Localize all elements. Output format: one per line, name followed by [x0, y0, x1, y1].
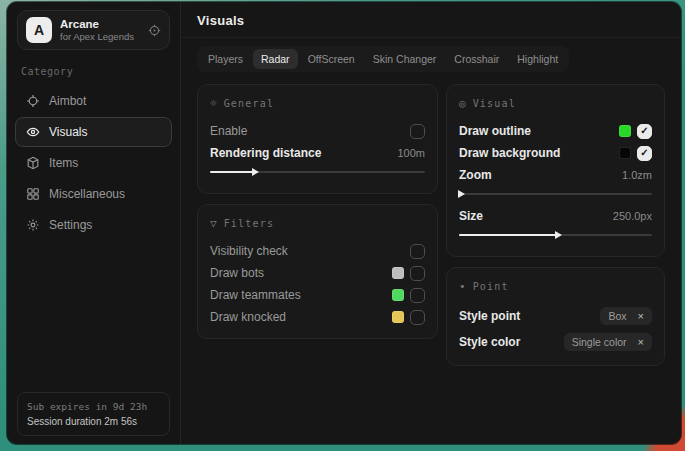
- sub-expires-text: Sub expires in 9d 23h: [27, 401, 160, 412]
- point-header: • Point: [459, 280, 652, 293]
- section-title: Visual: [473, 98, 516, 109]
- tab-offscreen[interactable]: OffScreen: [300, 49, 363, 69]
- style-color-select[interactable]: Single color ×: [564, 333, 652, 351]
- section-title: Point: [473, 281, 509, 292]
- brand-text: Arcane for Apex Legends: [60, 18, 134, 42]
- app-subtitle: for Apex Legends: [60, 31, 134, 42]
- section-title: General: [224, 98, 275, 109]
- sidebar-item-label: Aimbot: [49, 94, 86, 108]
- slider-thumb[interactable]: [252, 168, 259, 176]
- sidebar-item-aimbot[interactable]: Aimbot: [15, 86, 172, 116]
- desktop-background: A Arcane for Apex Legends Category: [0, 0, 685, 451]
- zoom-value: 1.0zm: [622, 169, 652, 181]
- sidebar-item-miscellaneous[interactable]: Miscellaneous: [15, 179, 172, 209]
- sidebar-item-label: Miscellaneous: [49, 187, 125, 201]
- point-card: • Point Style point Box × Style color: [446, 267, 665, 366]
- sidebar-item-settings[interactable]: Settings: [15, 210, 172, 240]
- draw-background-color-swatch[interactable]: [619, 147, 631, 159]
- tab-players[interactable]: Players: [200, 49, 251, 69]
- app-window: A Arcane for Apex Legends Category: [7, 2, 681, 444]
- style-color-row: Style color Single color ×: [459, 329, 652, 355]
- content-area: ☼ General Enable Rendering distance 100m: [181, 74, 681, 376]
- session-duration-text: Session duration 2m 56s: [27, 416, 160, 427]
- app-logo: A: [26, 17, 52, 43]
- general-header: ☼ General: [210, 97, 425, 110]
- draw-knocked-color-swatch[interactable]: [392, 311, 404, 323]
- rendering-distance-row: Rendering distance 100m: [210, 142, 425, 164]
- draw-bots-row: Draw bots: [210, 262, 425, 284]
- draw-background-checkbox[interactable]: ✓: [637, 146, 652, 161]
- size-row: Size 250.0px: [459, 205, 652, 227]
- remove-icon[interactable]: ×: [638, 311, 644, 322]
- style-color-value: Single color: [572, 336, 627, 348]
- sidebar-nav: Aimbot Visuals Ite: [7, 85, 180, 241]
- sun-icon: ☼: [210, 97, 217, 110]
- sidebar-item-label: Items: [49, 156, 78, 170]
- enable-row: Enable: [210, 120, 425, 142]
- main-header: Visuals: [181, 2, 681, 38]
- filters-header: ▽ Filters: [210, 217, 425, 230]
- tab-skin-changer[interactable]: Skin Changer: [365, 49, 445, 69]
- eye-icon: [26, 125, 40, 139]
- page-title: Visuals: [197, 13, 665, 28]
- draw-teammates-row: Draw teammates: [210, 284, 425, 306]
- visual-card: ◎ Visual Draw outline ✓: [446, 84, 665, 257]
- draw-bots-label: Draw bots: [210, 266, 264, 280]
- enable-label: Enable: [210, 124, 247, 138]
- draw-bots-checkbox[interactable]: [410, 266, 425, 281]
- tab-bar: Players Radar OffScreen Skin Changer Cro…: [197, 46, 569, 72]
- sidebar-item-visuals[interactable]: Visuals: [15, 117, 172, 147]
- filters-card: ▽ Filters Visibility check Draw bots: [197, 204, 438, 339]
- tab-radar[interactable]: Radar: [253, 49, 298, 69]
- size-label: Size: [459, 209, 483, 223]
- eye-icon: ◎: [459, 97, 466, 110]
- draw-outline-row: Draw outline ✓: [459, 120, 652, 142]
- draw-teammates-label: Draw teammates: [210, 288, 301, 302]
- zoom-slider[interactable]: [459, 188, 652, 200]
- general-card: ☼ General Enable Rendering distance 100m: [197, 84, 438, 194]
- style-point-value: Box: [608, 310, 626, 322]
- draw-background-label: Draw background: [459, 146, 560, 160]
- draw-bots-color-swatch[interactable]: [392, 267, 404, 279]
- check-icon: ✓: [640, 126, 648, 136]
- visibility-check-checkbox[interactable]: [410, 244, 425, 259]
- draw-knocked-label: Draw knocked: [210, 310, 286, 324]
- slider-fill: [459, 234, 556, 236]
- left-column: ☼ General Enable Rendering distance 100m: [197, 84, 438, 339]
- sidebar-spacer: [7, 241, 180, 384]
- style-point-select[interactable]: Box ×: [600, 307, 652, 325]
- gear-icon: [26, 218, 40, 232]
- sidebar-item-label: Settings: [49, 218, 92, 232]
- draw-teammates-checkbox[interactable]: [410, 288, 425, 303]
- size-value: 250.0px: [613, 210, 652, 222]
- draw-background-row: Draw background ✓: [459, 142, 652, 164]
- box-icon: [26, 156, 40, 170]
- remove-icon[interactable]: ×: [638, 337, 644, 348]
- draw-teammates-color-swatch[interactable]: [392, 289, 404, 301]
- style-point-row: Style point Box ×: [459, 303, 652, 329]
- zoom-row: Zoom 1.0zm: [459, 164, 652, 186]
- funnel-icon: ▽: [210, 217, 217, 230]
- visual-header: ◎ Visual: [459, 97, 652, 110]
- draw-knocked-checkbox[interactable]: [410, 310, 425, 325]
- visibility-check-row: Visibility check: [210, 240, 425, 262]
- target-icon[interactable]: [148, 24, 161, 37]
- slider-thumb[interactable]: [555, 231, 562, 239]
- slider-thumb[interactable]: [458, 190, 465, 198]
- rendering-distance-value: 100m: [397, 147, 425, 159]
- enable-checkbox[interactable]: [410, 124, 425, 139]
- section-title: Filters: [224, 218, 275, 229]
- main-panel: Visuals Players Radar OffScreen Skin Cha…: [181, 2, 681, 444]
- tab-highlight[interactable]: Highlight: [509, 49, 566, 69]
- draw-outline-checkbox[interactable]: ✓: [637, 124, 652, 139]
- style-color-label: Style color: [459, 335, 520, 349]
- size-slider[interactable]: [459, 229, 652, 241]
- dot-icon: •: [459, 280, 466, 293]
- sidebar-item-items[interactable]: Items: [15, 148, 172, 178]
- check-icon: ✓: [640, 148, 648, 158]
- draw-outline-color-swatch[interactable]: [619, 125, 631, 137]
- grid-icon: [26, 187, 40, 201]
- subscription-card: Sub expires in 9d 23h Session duration 2…: [17, 392, 170, 436]
- tab-crosshair[interactable]: Crosshair: [446, 49, 507, 69]
- rendering-distance-slider[interactable]: [210, 166, 425, 178]
